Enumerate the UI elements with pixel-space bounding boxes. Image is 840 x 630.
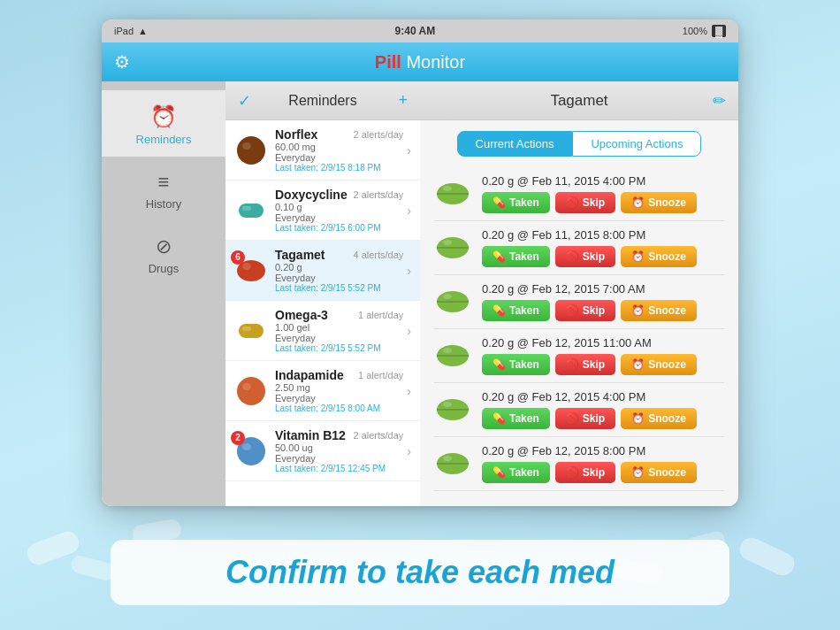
omega3-dose: 1.00 gel — [275, 322, 403, 333]
app-body: ⏰ Reminders ≡ History ⊘ Drugs ✓ Reminder… — [102, 81, 738, 506]
indapamide-freq: Everyday — [275, 393, 403, 403]
taken-btn-5[interactable]: 💊 Taken — [482, 408, 550, 429]
taken-icon-2: 💊 — [493, 250, 506, 263]
reminders-label: Reminders — [136, 133, 192, 146]
detail-header: Tagamet ✏ — [420, 81, 738, 120]
skip-icon-3: 🚫 — [566, 304, 579, 317]
doxycycline-pill-icon — [234, 194, 268, 227]
svg-point-9 — [242, 383, 251, 390]
drugs-label: Drugs — [149, 262, 179, 275]
snooze-icon-2: ⏰ — [631, 250, 645, 263]
dose-pill-4 — [434, 337, 471, 374]
tab-current-actions[interactable]: Current Actions — [457, 131, 573, 157]
snooze-icon-3: ⏰ — [631, 304, 645, 317]
reminder-item-norflex[interactable]: Norflex 2 alerts/day 60.00 mg Everyday L… — [225, 120, 420, 181]
skip-icon-2: 🚫 — [566, 250, 579, 263]
indapamide-name: Indapamide — [275, 368, 344, 382]
tab-upcoming-actions[interactable]: Upcoming Actions — [572, 131, 701, 157]
status-bar: iPad ▲ 9:40 AM 100% ▓ — [102, 19, 738, 42]
norflex-last: Last taken: 2/9/15 8:18 PM — [275, 163, 403, 173]
dose-pill-5 — [434, 391, 471, 428]
add-reminder-icon[interactable]: + — [398, 91, 408, 110]
taken-btn-3[interactable]: 💊 Taken — [482, 300, 550, 321]
sidebar-item-drugs[interactable]: ⊘ Drugs — [102, 221, 225, 286]
snooze-btn-5[interactable]: ⏰ Snooze — [621, 408, 697, 429]
dose-list: 0.20 g @ Feb 11, 2015 4:00 PM 💊 Taken 🚫 … — [420, 164, 738, 506]
edit-icon[interactable]: ✏ — [713, 91, 726, 111]
indapamide-chevron: › — [407, 384, 411, 398]
reminder-item-tagamet[interactable]: 6 Tagamet 4 alerts/day 0.20 g Everyday — [225, 241, 420, 301]
doxycycline-name: Doxycycline — [275, 188, 347, 202]
reminders-check-icon[interactable]: ✓ — [238, 91, 251, 111]
snooze-btn-4[interactable]: ⏰ Snooze — [621, 354, 697, 375]
detail-title: Tagamet — [550, 92, 607, 110]
svg-point-8 — [237, 377, 265, 405]
skip-btn-5[interactable]: 🚫 Skip — [555, 408, 615, 429]
dose-info-4: 0.20 g @ Feb 12, 2015 11:00 AM 💊 Taken 🚫… — [482, 336, 724, 375]
omega3-name: Omega-3 — [275, 308, 328, 322]
svg-point-14 — [443, 186, 452, 191]
svg-point-23 — [443, 348, 452, 353]
snooze-btn-3[interactable]: ⏰ Snooze — [621, 300, 697, 321]
svg-point-29 — [443, 456, 452, 461]
dose-item-2: 0.20 g @ Feb 11, 2015 8:00 PM 💊 Taken 🚫 … — [434, 221, 724, 275]
snooze-btn-2[interactable]: ⏰ Snooze — [621, 246, 697, 267]
dose-actions-3: 💊 Taken 🚫 Skip ⏰ Snooze — [482, 300, 724, 321]
app-title: Pill Monitor — [375, 52, 465, 73]
svg-point-20 — [443, 294, 452, 299]
sidebar-item-history[interactable]: ≡ History — [102, 157, 225, 221]
skip-btn-6[interactable]: 🚫 Skip — [555, 462, 615, 483]
taken-btn-1[interactable]: 💊 Taken — [482, 192, 550, 213]
settings-icon[interactable]: ⚙ — [114, 51, 130, 73]
reminder-item-indapamide[interactable]: Indapamide 1 alert/day 2.50 mg Everyday … — [225, 361, 420, 421]
skip-icon-5: 🚫 — [566, 412, 579, 425]
tagamet-badge: 6 — [231, 250, 245, 265]
omega3-pill-icon — [234, 314, 268, 348]
dose-info-6: 0.20 g @ Feb 12, 2015 8:00 PM 💊 Taken 🚫 … — [482, 444, 724, 483]
taken-btn-2[interactable]: 💊 Taken — [482, 246, 550, 267]
dose-time-3: 0.20 g @ Feb 12, 2015 7:00 AM — [482, 282, 724, 296]
skip-btn-4[interactable]: 🚫 Skip — [555, 354, 615, 375]
tagamet-info: Tagamet 4 alerts/day 0.20 g Everyday Las… — [275, 248, 403, 293]
svg-rect-7 — [242, 327, 251, 331]
reminder-item-doxycycline[interactable]: Doxycycline 2 alerts/day 0.10 g Everyday… — [225, 181, 420, 241]
taken-btn-4[interactable]: 💊 Taken — [482, 354, 550, 375]
norflex-freq: Everyday — [275, 152, 403, 163]
snooze-icon-4: ⏰ — [631, 358, 645, 371]
taken-btn-6[interactable]: 💊 Taken — [482, 462, 550, 483]
omega3-chevron: › — [407, 324, 411, 338]
status-right: 100% ▓ — [683, 25, 726, 37]
reminders-header: ✓ Reminders + — [225, 81, 420, 120]
confirm-text: Confirm to take each med — [225, 554, 615, 590]
indapamide-info: Indapamide 1 alert/day 2.50 mg Everyday … — [275, 368, 403, 413]
dose-actions-5: 💊 Taken 🚫 Skip ⏰ Snooze — [482, 408, 724, 429]
tagamet-chevron: › — [407, 264, 411, 278]
confirm-banner: Confirm to take each med — [111, 540, 729, 605]
snooze-btn-1[interactable]: ⏰ Snooze — [621, 192, 697, 213]
snooze-icon-5: ⏰ — [631, 412, 645, 425]
dose-info-3: 0.20 g @ Feb 12, 2015 7:00 AM 💊 Taken 🚫 … — [482, 282, 724, 321]
tab-bar: Current Actions Upcoming Actions — [420, 120, 738, 164]
norflex-info: Norflex 2 alerts/day 60.00 mg Everyday L… — [275, 127, 403, 173]
svg-rect-6 — [239, 324, 263, 338]
doxycycline-last: Last taken: 2/9/15 6:00 PM — [275, 223, 403, 233]
skip-icon-4: 🚫 — [566, 358, 579, 371]
omega3-alerts: 1 alert/day — [358, 310, 403, 320]
dose-pill-3 — [434, 283, 471, 320]
reminder-item-vitb12[interactable]: 2 Vitamin B12 2 alerts/day 50.00 ug Ever… — [225, 421, 420, 481]
dose-pill-1 — [434, 175, 471, 212]
battery-percent: 100% — [683, 26, 707, 36]
vitb12-dose: 50.00 ug — [275, 442, 403, 453]
sidebar: ⏰ Reminders ≡ History ⊘ Drugs — [102, 81, 225, 506]
skip-btn-3[interactable]: 🚫 Skip — [555, 300, 615, 321]
taken-icon-6: 💊 — [493, 466, 506, 479]
dose-item-5: 0.20 g @ Feb 12, 2015 4:00 PM 💊 Taken 🚫 … — [434, 383, 724, 437]
dose-time-1: 0.20 g @ Feb 11, 2015 4:00 PM — [482, 174, 724, 188]
skip-btn-2[interactable]: 🚫 Skip — [555, 246, 615, 267]
sidebar-item-reminders[interactable]: ⏰ Reminders — [102, 90, 225, 157]
reminder-item-omega3[interactable]: Omega-3 1 alert/day 1.00 gel Everyday La… — [225, 301, 420, 361]
snooze-btn-6[interactable]: ⏰ Snooze — [621, 462, 697, 483]
doxycycline-dose: 0.10 g — [275, 202, 403, 212]
skip-btn-1[interactable]: 🚫 Skip — [555, 192, 615, 213]
taken-icon-1: 💊 — [493, 196, 506, 209]
